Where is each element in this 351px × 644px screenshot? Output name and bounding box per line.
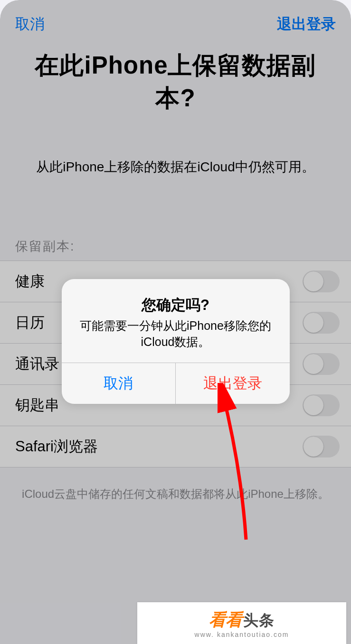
watermark-brand1: 看看 bbox=[209, 608, 242, 632]
alert-signout-button[interactable]: 退出登录 bbox=[175, 363, 290, 404]
alert-message: 可能需要一分钟从此iPhone移除您的iCloud数据。 bbox=[75, 318, 276, 350]
watermark: 看看 头条 www. kankantoutiao.com bbox=[137, 602, 346, 644]
alert-cancel-button[interactable]: 取消 bbox=[62, 363, 176, 404]
alert-body: 您确定吗? 可能需要一分钟从此iPhone移除您的iCloud数据。 bbox=[62, 279, 290, 363]
alert-title: 您确定吗? bbox=[75, 295, 276, 315]
watermark-url: www. kankantoutiao.com bbox=[195, 631, 289, 638]
confirm-alert: 您确定吗? 可能需要一分钟从此iPhone移除您的iCloud数据。 取消 退出… bbox=[62, 279, 290, 404]
watermark-brand2: 头条 bbox=[243, 610, 275, 631]
alert-buttons: 取消 退出登录 bbox=[62, 363, 290, 404]
